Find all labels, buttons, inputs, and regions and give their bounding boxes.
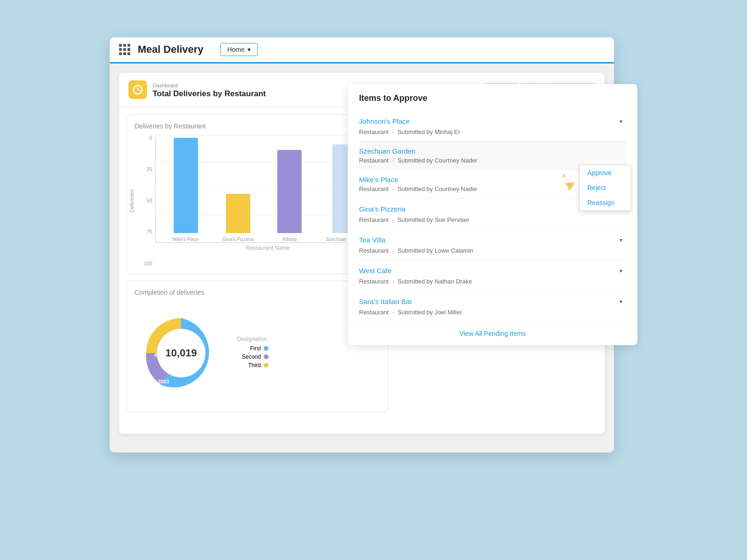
item-name-szechuan-garden[interactable]: Szechuan Garden <box>359 147 416 155</box>
donut-chart: 4509 2003 10,019 <box>134 306 228 400</box>
donut-chart-title: Completion of deliveries <box>134 289 380 296</box>
item-dropdown-tea-villa[interactable]: ▾ <box>616 235 626 245</box>
item-sub-ginas-pizzeria: Restaurant · Submitted by Sue Perviser <box>359 216 626 223</box>
svg-text:2003: 2003 <box>158 379 169 384</box>
approve-panel: Items to Approve Johnson's Place ▾ Resta… <box>348 84 637 345</box>
x-axis-label: Restaurant Name <box>155 245 380 251</box>
item-name-tea-villa[interactable]: Tea Villa <box>359 236 385 244</box>
item-sub-johnsons-place: Restaurant · Submitted by Minhaj Er <box>359 128 626 135</box>
bar-chart-title: Deliveries by Restaurant <box>134 122 380 130</box>
approve-panel-footer: View All Pending Items <box>348 321 637 345</box>
item-sub-tea-villa: Restaurant · Submitted by Lowe Calamin <box>359 247 626 254</box>
item-dropdown-johnsons-place[interactable]: ▾ <box>616 116 626 127</box>
context-menu: Approve Reject Reassign <box>579 165 631 211</box>
item-name-johnsons-place[interactable]: Johnson's Place <box>359 117 410 125</box>
dashboard-icon <box>128 80 147 99</box>
legend-dot-second <box>264 354 268 359</box>
bar-ginas-pizzeria: Gina's Pizzeria <box>223 194 254 242</box>
item-name-ginas-pizzeria[interactable]: Gina's Pizzeria <box>359 205 406 213</box>
app-title: Meal Delivery <box>138 43 204 56</box>
legend-dot-third <box>264 363 268 368</box>
item-name-west-cafe[interactable]: West Cafe <box>359 267 392 275</box>
bar-chart: Deliveries 100 75 50 25 0 <box>134 135 380 266</box>
list-item: Szechuan Garden ➤ ✦ Approve Reject Reass… <box>359 142 626 170</box>
approve-list: Johnson's Place ▾ Restaurant · Submitted… <box>348 111 637 321</box>
item-name-mikes-place[interactable]: Mike's Place <box>359 176 398 184</box>
approve-menu-item[interactable]: Approve <box>580 165 630 180</box>
item-dropdown-saras-italian-bar[interactable]: ▾ <box>616 297 626 307</box>
list-item: Johnson's Place ▾ Restaurant · Submitted… <box>359 111 626 142</box>
dashboard-title: Total Deliveries by Restaurant <box>153 89 266 99</box>
approve-panel-title: Items to Approve <box>359 93 626 103</box>
bar-chart-inner: Mike's Place Gina's Pizzeria Pitstop <box>155 135 380 243</box>
donut-legend: Designation: First Second <box>237 336 268 370</box>
legend-dot-first <box>264 346 268 351</box>
chevron-down-icon: ▾ <box>247 46 251 53</box>
reassign-menu-item[interactable]: Reassign <box>580 195 630 210</box>
bar-pitstop: Pitstop <box>277 150 302 242</box>
item-sub-saras-italian-bar: Restaurant · Submitted by Joel Miller <box>359 309 626 316</box>
nav-bar: Meal Delivery Home ▾ <box>110 37 614 64</box>
item-sub-west-cafe: Restaurant · Submitted by Nathan Drake <box>359 278 626 285</box>
y-axis-label: Deliveries <box>129 189 134 212</box>
item-sub-szechuan-garden: Restaurant · Submitted by Courtney Nader <box>359 157 626 164</box>
bars-container: Mike's Place Gina's Pizzeria Pitstop <box>161 135 375 242</box>
donut-section: 4509 2003 10,019 Designation: First <box>134 302 380 404</box>
legend-title: Designation: <box>237 336 268 342</box>
bar-mikes-place: Mike's Place <box>173 138 199 242</box>
list-item: West Cafe ▾ Restaurant · Submitted by Na… <box>359 260 626 291</box>
svg-text:4509: 4509 <box>154 352 165 358</box>
app-grid-icon[interactable] <box>119 44 130 55</box>
item-name-saras-italian-bar[interactable]: Sara's Italian Bar <box>359 298 412 305</box>
list-item: Sara's Italian Bar ▾ Restaurant · Submit… <box>359 291 626 321</box>
list-item: Tea Villa ▾ Restaurant · Submitted by Lo… <box>359 229 626 260</box>
reject-menu-item[interactable]: Reject <box>580 180 630 195</box>
breadcrumb: Dashboard <box>153 83 178 88</box>
item-dropdown-west-cafe[interactable]: ▾ <box>616 266 626 276</box>
approve-panel-header: Items to Approve <box>348 84 637 111</box>
donut-total: 10,019 <box>165 347 197 359</box>
view-all-link[interactable]: View All Pending Items <box>459 330 526 337</box>
y-axis-labels: 100 75 50 25 0 <box>134 135 152 266</box>
home-tab[interactable]: Home ▾ <box>220 43 258 56</box>
